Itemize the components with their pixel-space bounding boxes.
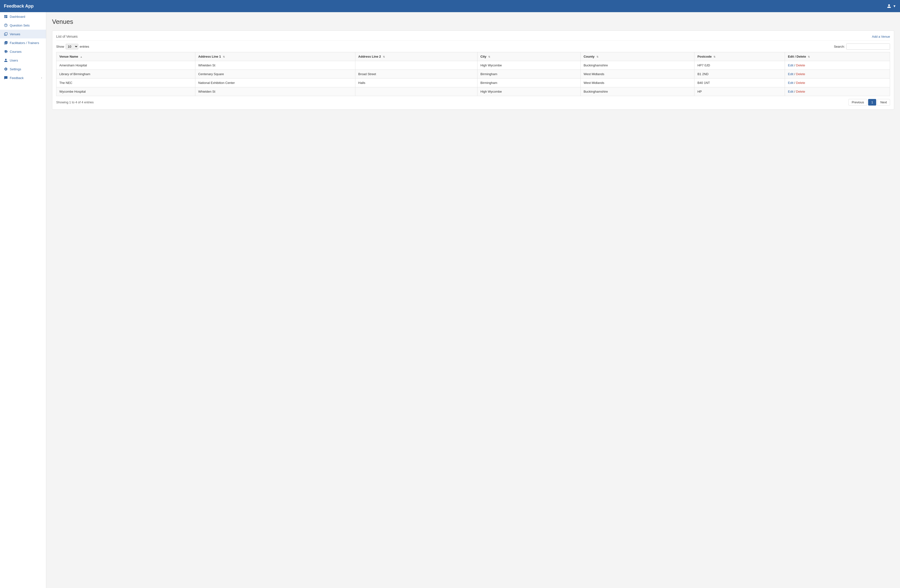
cell-county: Buckinghamshire (580, 87, 694, 96)
sort-address2: ⇅ (383, 56, 385, 58)
table-row: Amersham Hospital Whielden St High Wycom… (56, 61, 890, 70)
cell-address1: National Exhibition Center (195, 79, 355, 87)
cell-county: West Midlands (580, 70, 694, 79)
sidebar-label-facilitators: Facilitators / Trainers (10, 41, 39, 45)
cell-venue-name: Library of Birmingham (56, 70, 196, 79)
sidebar-label-settings: Settings (10, 67, 21, 71)
sidebar-item-feedback[interactable]: Feedback ‹ (0, 73, 46, 82)
sort-edit-delete: ⇅ (808, 56, 810, 58)
cell-address1: Whielden St (195, 87, 355, 96)
prev-button[interactable]: Previous (849, 99, 867, 105)
cell-address1: Centenary Square (195, 70, 355, 79)
sidebar: Dashboard Question Sets Venues Facilitat… (0, 12, 46, 588)
sort-postcode: ⇅ (714, 56, 715, 58)
cell-city: High Wycombe (478, 61, 580, 70)
cell-postcode: HP7 0JD (694, 61, 785, 70)
search-box: Search: (834, 43, 890, 50)
settings-icon (4, 67, 8, 71)
sidebar-label-feedback: Feedback (10, 76, 23, 80)
question-sets-icon (4, 23, 8, 27)
edit-link[interactable]: Edit (788, 72, 793, 76)
col-county[interactable]: County ⇅ (580, 52, 694, 61)
page-1-button[interactable]: 1 (868, 99, 876, 105)
sidebar-item-settings[interactable]: Settings (0, 65, 46, 73)
cell-address2: Halls (355, 79, 477, 87)
sort-address1: ⇅ (223, 56, 225, 58)
feedback-icon (4, 76, 8, 80)
sidebar-item-users[interactable]: Users (0, 56, 46, 65)
delete-link[interactable]: Delete (796, 72, 805, 76)
delete-link[interactable]: Delete (796, 64, 805, 67)
col-address1[interactable]: Address Line 1 ⇅ (195, 52, 355, 61)
dashboard-icon (4, 15, 8, 19)
table-header-row: Venue Name ▲ Address Line 1 ⇅ Address Li… (56, 52, 890, 61)
col-city[interactable]: City ⇅ (478, 52, 580, 61)
courses-icon (4, 50, 8, 53)
search-input[interactable] (846, 43, 890, 50)
edit-link[interactable]: Edit (788, 81, 793, 85)
venues-card: List of Venues Add a Venue Show 10 25 50… (52, 30, 894, 110)
cell-edit-delete: Edit / Delete (785, 70, 890, 79)
sidebar-item-facilitators[interactable]: Facilitators / Trainers (0, 39, 46, 47)
pagination-info: Showing 1 to 4 of 4 entries (56, 101, 94, 104)
venues-table: Venue Name ▲ Address Line 1 ⇅ Address Li… (56, 52, 890, 96)
edit-link[interactable]: Edit (788, 90, 793, 93)
pagination-row: Showing 1 to 4 of 4 entries Previous 1 N… (56, 99, 890, 105)
sort-venue-name: ▲ (80, 56, 82, 58)
cell-postcode: HP (694, 87, 785, 96)
sidebar-item-question-sets[interactable]: Question Sets (0, 21, 46, 29)
sidebar-label-question-sets: Question Sets (10, 23, 29, 27)
cell-address2: Broad Street (355, 70, 477, 79)
entries-select[interactable]: 10 25 50 100 (66, 44, 78, 50)
users-icon (4, 58, 8, 62)
card-header: List of Venues Add a Venue (56, 34, 890, 40)
navbar: Feedback App ▼ (0, 0, 900, 12)
col-postcode[interactable]: Postcode ⇅ (694, 52, 785, 61)
cell-county: Buckinghamshire (580, 61, 694, 70)
cell-county: West Midlands (580, 79, 694, 87)
col-venue-name[interactable]: Venue Name ▲ (56, 52, 196, 61)
cell-edit-delete: Edit / Delete (785, 87, 890, 96)
table-body: Amersham Hospital Whielden St High Wycom… (56, 61, 890, 96)
cell-venue-name: The NEC (56, 79, 196, 87)
col-address2[interactable]: Address Line 2 ⇅ (355, 52, 477, 61)
cell-address1: Whielden St (195, 61, 355, 70)
search-label: Search: (834, 45, 845, 48)
col-edit-delete[interactable]: Edit / Delete ⇅ (785, 52, 890, 61)
sidebar-item-venues[interactable]: Venues (0, 29, 46, 39)
delete-link[interactable]: Delete (796, 90, 805, 93)
delete-link[interactable]: Delete (796, 81, 805, 85)
pagination-buttons: Previous 1 Next (849, 99, 890, 105)
sidebar-item-courses[interactable]: Courses (0, 47, 46, 56)
sidebar-item-dashboard[interactable]: Dashboard (0, 12, 46, 21)
show-entries-control: Show 10 25 50 100 entries (56, 44, 89, 50)
sidebar-label-courses: Courses (10, 50, 22, 53)
table-row: The NEC National Exhibition Center Halls… (56, 79, 890, 87)
add-venue-link[interactable]: Add a Venue (872, 35, 890, 39)
entries-label: entries (80, 45, 89, 48)
sidebar-label-venues: Venues (10, 33, 20, 36)
sort-city: ⇅ (488, 56, 490, 58)
sort-county: ⇅ (596, 56, 598, 58)
venues-icon (4, 32, 8, 36)
app-title: Feedback App (4, 4, 34, 9)
table-row: Library of Birmingham Centenary Square B… (56, 70, 890, 79)
user-dropdown-arrow: ▼ (893, 4, 896, 8)
user-menu[interactable]: ▼ (887, 4, 896, 8)
next-button[interactable]: Next (877, 99, 890, 105)
cell-postcode: B1 2ND (694, 70, 785, 79)
show-label: Show (56, 45, 64, 48)
card-title: List of Venues (56, 34, 78, 39)
sidebar-label-dashboard: Dashboard (10, 15, 25, 19)
cell-edit-delete: Edit / Delete (785, 79, 890, 87)
cell-city: Birmingham (478, 70, 580, 79)
cell-city: Birmingham (478, 79, 580, 87)
table-controls: Show 10 25 50 100 entries Search: (56, 43, 890, 50)
facilitators-icon (4, 41, 8, 45)
feedback-expand-icon: ‹ (41, 76, 42, 79)
table-row: Wycombe Hospital Whielden St High Wycomb… (56, 87, 890, 96)
page-title: Venues (52, 18, 894, 26)
edit-link[interactable]: Edit (788, 64, 793, 67)
main-content: Venues List of Venues Add a Venue Show 1… (46, 12, 900, 588)
sidebar-label-users: Users (10, 59, 18, 62)
